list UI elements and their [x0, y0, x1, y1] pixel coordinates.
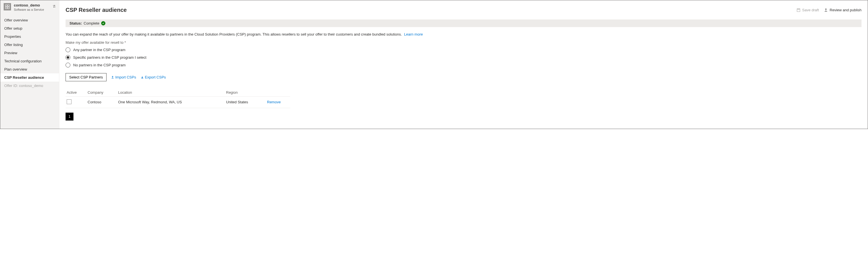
description: You can expand the reach of your offer b…	[66, 32, 432, 36]
cell-company: Contoso	[88, 100, 118, 104]
table-row: Contoso One Microsoft Way, Redmond, WA, …	[66, 97, 290, 108]
download-icon	[141, 76, 144, 79]
sidebar-item-label: Offer overview	[4, 18, 28, 22]
review-publish-label: Review and publish	[830, 8, 862, 12]
active-checkbox[interactable]	[67, 99, 71, 104]
swap-icon[interactable]	[52, 4, 56, 9]
csp-action-row: Select CSP Partners Import CSPs Export C…	[66, 73, 432, 81]
sidebar-item-properties[interactable]: Properties	[0, 32, 59, 41]
sidebar-item-label: Offer listing	[4, 43, 23, 47]
upload-icon	[111, 76, 114, 79]
save-icon	[797, 8, 801, 12]
svg-rect-5	[798, 9, 799, 10]
sidebar-item-offer-overview[interactable]: Offer overview	[0, 16, 59, 24]
radio-no-partners[interactable]: No partners in the CSP program	[66, 63, 432, 67]
csp-table: Active Company Location Region Contoso O…	[66, 89, 290, 108]
cell-region: United States	[226, 100, 267, 104]
app-name: contoso_demo	[14, 3, 44, 8]
main: CSP Reseller audience Save draft Review …	[59, 0, 868, 129]
sidebar: contoso_demo Software as a Service Offer…	[0, 0, 59, 129]
resell-field-label: Make my offer available for resell to *	[66, 40, 432, 44]
sidebar-item-preview[interactable]: Preview	[0, 49, 59, 57]
svg-rect-0	[5, 5, 7, 6]
sidebar-item-label: Plan overview	[4, 67, 27, 71]
svg-rect-2	[5, 7, 7, 9]
sidebar-item-label: Properties	[4, 34, 21, 39]
page-title: CSP Reseller audience	[66, 7, 797, 13]
learn-more-link[interactable]: Learn more	[404, 32, 423, 36]
topbar-actions: Save draft Review and publish	[797, 8, 862, 12]
svg-rect-1	[8, 5, 9, 6]
sidebar-item-plan-overview[interactable]: Plan overview	[0, 65, 59, 73]
sidebar-offer-id: Offer ID: contoso_demo	[0, 82, 59, 90]
radio-specific-partners[interactable]: Specific partners in the CSP program I s…	[66, 55, 432, 60]
col-header-active: Active	[67, 90, 88, 95]
sidebar-item-offer-setup[interactable]: Offer setup	[0, 24, 59, 32]
sidebar-item-label: Offer setup	[4, 26, 22, 31]
col-header-company: Company	[88, 90, 118, 95]
page-1-button[interactable]: 1	[66, 112, 73, 121]
remove-link[interactable]: Remove	[267, 100, 281, 104]
svg-rect-4	[797, 9, 800, 12]
sidebar-item-label: Technical configuration	[4, 59, 41, 63]
sidebar-item-offer-listing[interactable]: Offer listing	[0, 41, 59, 49]
import-csps-label: Import CSPs	[115, 75, 136, 79]
col-header-location: Location	[118, 90, 226, 95]
export-csps-label: Export CSPs	[145, 75, 166, 79]
sidebar-item-technical-configuration[interactable]: Technical configuration	[0, 57, 59, 65]
status-value: Complete	[84, 21, 99, 25]
review-publish-button-top[interactable]: Review and publish	[824, 8, 862, 12]
radio-group: Any partner in the CSP program Specific …	[66, 47, 432, 67]
col-header-region: Region	[226, 90, 267, 95]
description-text: You can expand the reach of your offer b…	[66, 32, 402, 36]
sidebar-header: contoso_demo Software as a Service	[0, 0, 59, 15]
radio-label: Any partner in the CSP program	[73, 48, 125, 52]
import-csps-link[interactable]: Import CSPs	[111, 75, 136, 79]
pager: 1	[66, 112, 432, 121]
radio-label: No partners in the CSP program	[73, 63, 125, 67]
status-bar: Status: Complete	[66, 20, 862, 27]
export-csps-link[interactable]: Export CSPs	[141, 75, 166, 79]
topbar: CSP Reseller audience Save draft Review …	[59, 0, 868, 20]
content: You can expand the reach of your offer b…	[59, 27, 438, 129]
app-grid-icon	[4, 3, 11, 10]
table-header: Active Company Location Region	[66, 89, 290, 97]
sidebar-item-csp-reseller-audience[interactable]: CSP Reseller audience	[0, 73, 59, 82]
radio-icon	[66, 63, 70, 67]
status-label: Status:	[69, 21, 82, 25]
radio-icon	[66, 47, 70, 52]
save-draft-label: Save draft	[802, 8, 819, 12]
publish-icon	[824, 8, 828, 12]
sidebar-item-label: Preview	[4, 51, 17, 55]
radio-label: Specific partners in the CSP program I s…	[73, 55, 146, 60]
select-csp-partners-button[interactable]: Select CSP Partners	[66, 73, 106, 81]
radio-icon	[66, 55, 70, 60]
sidebar-nav: Offer overview Offer setup Properties Of…	[0, 15, 59, 90]
app-subtitle: Software as a Service	[14, 8, 44, 11]
svg-rect-3	[8, 7, 9, 9]
cell-location: One Microsoft Way, Redmond, WA, US	[118, 100, 226, 104]
radio-any-partner[interactable]: Any partner in the CSP program	[66, 47, 432, 52]
check-circle-icon	[101, 21, 105, 25]
save-draft-button-top[interactable]: Save draft	[797, 8, 819, 12]
sidebar-item-label: CSP Reseller audience	[4, 75, 44, 79]
